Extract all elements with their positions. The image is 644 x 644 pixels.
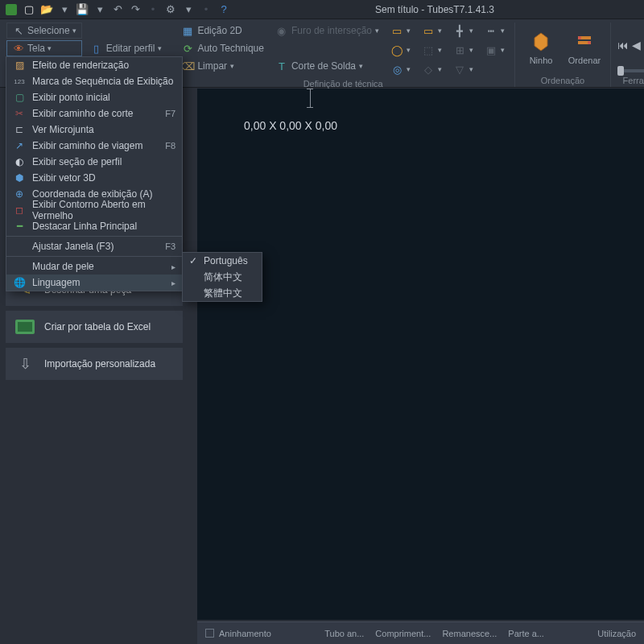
selecione-dropdown[interactable]: ↖ Selecione ▾ — [6, 23, 82, 39]
language-option[interactable]: 简体中文 — [183, 269, 262, 285]
menu-item-exibir-vetor-3d[interactable]: ⬢Exibir vetor 3D — [6, 170, 182, 186]
sort-icon — [572, 28, 597, 54]
menu-item-exibir-contorno-aberto-e[interactable]: ◻Exibir Contorno Aberto em Vermelho — [6, 202, 182, 218]
titlebar: ▢ 📂 ▾ 💾 ▾ ↶ ↷ • ⚙ ▾ • ? Sem título - Tub… — [0, 0, 644, 19]
action-excel[interactable]: Criar por tabela do Excel — [6, 311, 183, 343]
undo-icon[interactable]: ↶ — [111, 3, 124, 16]
group-ferramenta-label: Ferramenta — [617, 74, 644, 87]
tech-icon-1[interactable]: ▭▾ — [387, 23, 414, 39]
furo-dropdown[interactable]: ◉ Furo de interseção ▾ — [272, 23, 382, 39]
hole-icon: ◉ — [275, 24, 288, 37]
import-icon: ⇩ — [15, 356, 35, 372]
menu-item-label: Ver Microjunta — [32, 124, 175, 135]
edicao-2d-button[interactable]: ▦ Edição 2D — [178, 23, 267, 39]
zoom-slider[interactable] — [617, 69, 644, 72]
tech-icon-4[interactable]: ┅▾ — [481, 23, 508, 39]
compriment-column[interactable]: Compriment... — [375, 629, 431, 638]
battery-icon: ▭ — [390, 24, 403, 37]
menu-item-label: Ajustar Janela (F3) — [32, 241, 159, 252]
submenu-arrow-icon: ▸ — [171, 262, 175, 271]
auto-technique-icon: ⟳ — [181, 42, 194, 55]
main-icon: ━ — [13, 220, 26, 233]
cursor-icon: ↖ — [12, 24, 25, 37]
ordenar-button[interactable]: Ordenar — [565, 23, 604, 71]
parte-column[interactable]: Parte a... — [508, 629, 544, 638]
chevron-down-icon: ▾ — [72, 27, 76, 35]
action-label: Importação personalizada — [44, 358, 155, 369]
tech-icon-3[interactable]: ╋▾ — [450, 23, 477, 39]
svg-point-4 — [588, 41, 591, 44]
line-icon: ╋ — [453, 24, 466, 37]
tech-icon-10[interactable]: ◇▾ — [419, 61, 445, 77]
chevron-down-icon[interactable]: ▾ — [93, 3, 106, 16]
menu-item-exibir-ponto-inicial[interactable]: ▢Exibir ponto inicial — [6, 89, 182, 105]
menu-item-label: Efeito de renderização — [32, 60, 175, 71]
slider-thumb[interactable] — [617, 66, 624, 76]
chevron-down-icon: ▾ — [230, 62, 234, 70]
action-import[interactable]: ⇩Importação personalizada — [6, 348, 183, 380]
circle-icon: ◯ — [390, 43, 403, 56]
menu-item-efeito-de-renderiza-o[interactable]: ▨Efeito de renderização — [6, 57, 182, 73]
menu-item-exibir-se-o-de-perfil[interactable]: ◐Exibir seção de perfil — [6, 154, 182, 170]
open-icon: ◻ — [13, 204, 26, 217]
remanesce-column[interactable]: Remanesce... — [442, 629, 497, 638]
tech-icon-7[interactable]: ⊞▾ — [450, 42, 477, 58]
help-icon[interactable]: ? — [217, 3, 230, 16]
utilizacao-column[interactable]: Utilização — [597, 629, 636, 638]
open-folder-icon[interactable]: 📂 — [40, 3, 53, 16]
tech-icon-2[interactable]: ▭▾ — [419, 23, 445, 39]
tech-icon-5[interactable]: ◯▾ — [387, 42, 414, 58]
app-icon[interactable] — [5, 3, 18, 16]
menu-item-destacar-linha-principal[interactable]: ━Destacar Linha Principal — [6, 218, 182, 234]
menu-item-label: Exibir vetor 3D — [32, 172, 175, 184]
squares-icon: ▣ — [485, 43, 497, 56]
blank-icon — [13, 260, 26, 273]
menu-item-label: Coordenada de exibição (A) — [32, 188, 175, 200]
linguagem-submenu: Português简体中文繁體中文 — [182, 252, 262, 302]
menu-item-ajustar-janela-f3-[interactable]: Ajustar Janela (F3)F3 — [6, 238, 182, 254]
shape-icon: ◇ — [422, 63, 435, 76]
menu-shortcut: F3 — [165, 242, 175, 251]
micro-icon: ⊏ — [13, 123, 26, 136]
settings-icon[interactable]: ⚙ — [164, 3, 177, 16]
aninhamento-checkbox[interactable]: Aninhamento — [205, 629, 271, 638]
tech-icon-6[interactable]: ⬚▾ — [419, 42, 445, 58]
chevron-down-icon[interactable]: ▾ — [182, 3, 195, 16]
tech-icon-9[interactable]: ◎▾ — [387, 61, 414, 77]
dash-icon: ┅ — [485, 24, 497, 37]
menu-item-label: Destacar Linha Principal — [32, 221, 175, 232]
tech-icon-8[interactable]: ▣▾ — [481, 42, 508, 58]
limpar-dropdown[interactable]: ⌫ Limpar ▾ — [178, 58, 267, 74]
text-cursor-icon — [310, 89, 311, 108]
language-option[interactable]: 繁體中文 — [183, 285, 262, 301]
menu-item-ver-microjunta[interactable]: ⊏Ver Microjunta — [6, 122, 182, 138]
excel-icon — [15, 319, 35, 335]
tubo-column[interactable]: Tubo an... — [324, 629, 364, 638]
tela-dropdown[interactable]: 👁 Tela ▾ — [6, 40, 82, 56]
menu-item-mudar-de-pele[interactable]: Mudar de pele▸ — [6, 258, 182, 275]
menu-item-marca-de-sequ-ncia-de-ex[interactable]: 123Marca de Sequência de Exibição — [6, 73, 182, 89]
tech-icon-11[interactable]: ▽▾ — [450, 61, 477, 77]
nav-buttons: ⏮ ◀ ▶ ⏭ — [617, 39, 644, 52]
ninho-button[interactable]: Ninho — [522, 23, 560, 71]
chevron-down-icon[interactable]: ▾ — [58, 3, 71, 16]
quick-access-toolbar: ▢ 📂 ▾ 💾 ▾ ↶ ↷ • ⚙ ▾ • ? — [5, 3, 230, 16]
chevron-down-icon: ▾ — [375, 27, 379, 35]
new-file-icon[interactable]: ▢ — [23, 3, 35, 16]
viewport[interactable]: 0,00 X 0,00 X 0,00 — [197, 89, 644, 620]
menu-item-linguagem[interactable]: 🌐Linguagem▸ — [6, 275, 182, 291]
editar-perfil-label: Editar perfil — [106, 43, 155, 54]
nav-first-icon[interactable]: ⏮ — [617, 39, 629, 52]
corte-solda-dropdown[interactable]: T Corte de Solda ▾ — [272, 58, 382, 74]
menu-item-exibir-caminho-de-viagem[interactable]: ↗Exibir caminho de viagemF8 — [6, 138, 182, 154]
redo-icon[interactable]: ↷ — [129, 3, 142, 16]
battery-plus-icon: ▭ — [422, 24, 435, 37]
blank-icon — [13, 240, 26, 253]
save-icon[interactable]: 💾 — [76, 3, 89, 16]
grid-icon: ⊞ — [453, 43, 466, 56]
menu-item-exibir-caminho-de-corte[interactable]: ✂Exibir caminho de corteF7 — [6, 105, 182, 122]
auto-technique-button[interactable]: ⟳ Auto Technique — [178, 40, 267, 56]
editar-perfil-dropdown[interactable]: ▯ Editar perfil ▾ — [87, 40, 166, 56]
nav-prev-icon[interactable]: ◀ — [632, 39, 641, 52]
language-option[interactable]: Português — [183, 253, 262, 269]
